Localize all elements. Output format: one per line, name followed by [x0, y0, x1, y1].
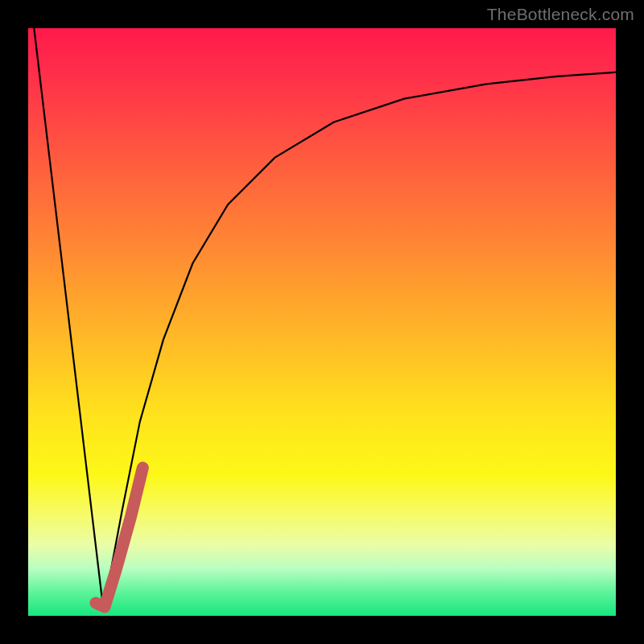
series-left-slope — [34, 28, 103, 610]
plot-area — [28, 28, 616, 616]
series-highlight-segment — [96, 468, 142, 607]
series-right-curve — [103, 72, 616, 610]
chart-frame: TheBottleneck.com — [0, 0, 644, 644]
watermark-text: TheBottleneck.com — [487, 5, 634, 24]
curve-layer — [28, 28, 616, 616]
